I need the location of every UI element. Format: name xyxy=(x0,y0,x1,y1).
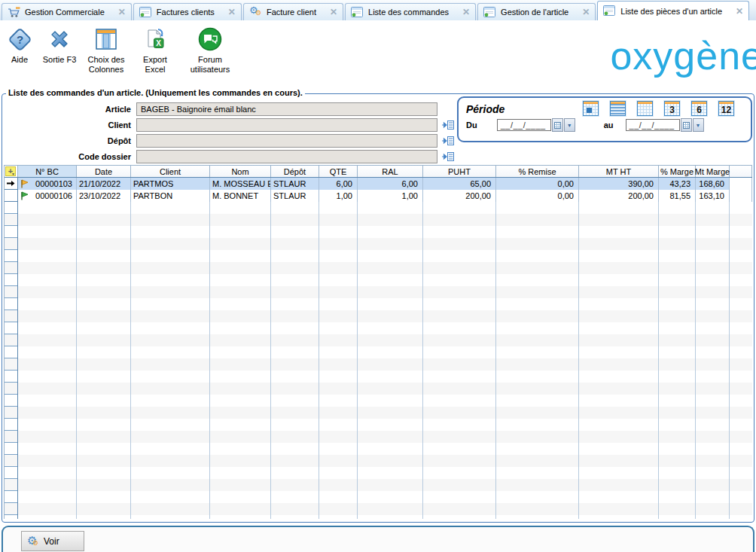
columns-icon xyxy=(96,26,117,53)
cell-mt-marge[interactable]: 163,10 xyxy=(696,190,730,202)
column-chooser-button[interactable]: +▼ xyxy=(5,166,18,177)
help-button[interactable]: ? Aide xyxy=(5,26,35,65)
header-remise[interactable]: % Remise xyxy=(496,166,579,177)
table-row[interactable]: 00000103 21/10/2022 PARTMOS M. MOSSEAU E… xyxy=(5,178,752,190)
header-no-bc[interactable]: N° BC xyxy=(18,166,77,177)
cell-mt-ht[interactable]: 390,00 xyxy=(579,178,659,190)
header-mt-marge[interactable]: Mt Marge xyxy=(696,166,730,177)
cell-marge-pct[interactable]: 81,55 xyxy=(659,190,696,202)
cell-puht[interactable]: 65,00 xyxy=(423,178,496,190)
export-excel-label: Export Excel xyxy=(136,55,175,75)
depot-lookup-icon[interactable] xyxy=(441,136,455,146)
excel-export-icon: X xyxy=(144,26,166,53)
date-from-input[interactable]: __/__/____ xyxy=(497,119,551,131)
cell-nom[interactable]: M. BONNET xyxy=(210,190,271,202)
period-month-button[interactable] xyxy=(637,101,653,116)
cell-qte[interactable]: 1,00 xyxy=(319,190,358,202)
orange-flag-icon xyxy=(20,179,29,188)
cell-no-bc: 00000106 xyxy=(35,191,72,200)
form-icon xyxy=(351,7,364,18)
header-client[interactable]: Client xyxy=(131,166,210,177)
close-icon[interactable]: ✕ xyxy=(582,8,590,16)
tab-label: Liste des pièces d'un article xyxy=(620,7,725,16)
table-row[interactable]: 00000106 23/10/2022 PARTBON M. BONNET ST… xyxy=(5,190,752,202)
code-dossier-lookup-icon[interactable] xyxy=(441,151,455,162)
tab-factures-clients[interactable]: Factures clients ✕ xyxy=(133,3,242,20)
header-qte[interactable]: QTE xyxy=(319,166,358,177)
article-field[interactable]: BAGEB - Baignoire émail blanc xyxy=(136,102,437,116)
tab-gestion-de-l-article[interactable]: Gestion de l'article ✕ xyxy=(477,3,596,20)
cell-remise[interactable]: 0,00 xyxy=(496,178,579,190)
exit-icon xyxy=(48,26,71,53)
tab-liste-des-pieces-active[interactable]: Liste des pièces d'un article ✕ xyxy=(597,1,749,20)
cell-puht[interactable]: 200,00 xyxy=(423,190,496,202)
tab-facture-client[interactable]: ⚙⚙ Facture client ✕ xyxy=(243,3,343,20)
cell-nom[interactable]: M. MOSSEAU Eddy xyxy=(210,178,271,190)
form-icon xyxy=(139,7,152,18)
export-excel-button[interactable]: X Export Excel xyxy=(136,26,175,75)
cell-qte[interactable]: 6,00 xyxy=(319,178,358,190)
header-mt-ht[interactable]: MT HT xyxy=(579,166,659,177)
forum-icon xyxy=(198,26,222,53)
cell-client[interactable]: PARTBON xyxy=(131,190,210,202)
orders-table: +▼ N° BC Date Client Nom Dépôt QTE RAL P… xyxy=(4,165,752,519)
tab-label: Facture client xyxy=(267,8,319,17)
code-dossier-field[interactable] xyxy=(136,150,437,163)
header-filler xyxy=(730,166,752,177)
close-icon[interactable]: ✕ xyxy=(736,8,743,15)
cell-depot[interactable]: STLAUR xyxy=(271,178,319,190)
date-to-input[interactable]: __/__/____ xyxy=(626,119,680,131)
forum-button[interactable]: Forum utilisateurs xyxy=(182,26,238,75)
date-from-dropdown-button[interactable]: ▼ xyxy=(564,118,575,132)
period-6-months-button[interactable]: 6 xyxy=(691,101,707,116)
app-window: Gestion Commerciale ✕ Factures clients ✕… xyxy=(0,0,756,552)
client-label: Client xyxy=(7,120,136,130)
close-icon[interactable]: ✕ xyxy=(118,8,126,16)
groupbox-title: Liste des commandes d'un article. (Uniqu… xyxy=(6,88,305,97)
add-column-icon[interactable]: +▼ xyxy=(5,166,16,176)
cell-mt-ht[interactable]: 200,00 xyxy=(579,190,659,202)
cell-depot[interactable]: STLAUR xyxy=(271,190,319,202)
close-icon[interactable]: ✕ xyxy=(462,8,470,16)
tab-label: Gestion Commerciale xyxy=(25,8,108,17)
period-12-months-button[interactable]: 12 xyxy=(718,101,734,116)
date-to-dropdown-button[interactable]: ▼ xyxy=(693,118,704,132)
row-indicator xyxy=(5,178,18,190)
form-icon xyxy=(603,5,616,17)
choose-columns-button[interactable]: Choix des Colonnes xyxy=(84,26,128,75)
cell-date[interactable]: 21/10/2022 xyxy=(77,178,131,190)
date-from-calendar-button[interactable] xyxy=(552,118,563,132)
period-day-button[interactable] xyxy=(583,101,599,116)
client-field[interactable] xyxy=(136,118,437,132)
cell-mt-marge[interactable]: 168,60 xyxy=(696,178,730,190)
table-header: +▼ N° BC Date Client Nom Dépôt QTE RAL P… xyxy=(5,165,752,178)
exit-button[interactable]: Sortie F3 xyxy=(42,26,77,65)
header-date[interactable]: Date xyxy=(77,166,131,177)
header-marge-pct[interactable]: % Marge xyxy=(659,166,696,177)
cell-ral[interactable]: 1,00 xyxy=(358,190,423,202)
tab-label: Gestion de l'article xyxy=(501,8,572,17)
header-ral[interactable]: RAL xyxy=(358,166,423,177)
header-depot[interactable]: Dépôt xyxy=(271,166,319,177)
tab-gestion-commerciale[interactable]: Gestion Commerciale ✕ xyxy=(2,3,132,20)
tab-liste-des-commandes[interactable]: Liste des commandes ✕ xyxy=(345,3,476,20)
gears-icon: ⚙⚙ xyxy=(249,7,262,18)
cell-marge-pct[interactable]: 43,23 xyxy=(659,178,696,190)
cell-ral[interactable]: 6,00 xyxy=(358,178,423,190)
header-nom[interactable]: Nom xyxy=(210,166,271,177)
green-flag-icon xyxy=(20,191,29,200)
help-label: Aide xyxy=(11,55,28,65)
client-lookup-icon[interactable] xyxy=(441,120,455,130)
depot-field[interactable] xyxy=(136,134,437,148)
period-3-months-button[interactable]: 3 xyxy=(664,101,680,116)
cell-date[interactable]: 23/10/2022 xyxy=(77,190,131,202)
exit-label: Sortie F3 xyxy=(43,55,77,65)
cell-client[interactable]: PARTMOS xyxy=(131,178,210,190)
voir-button[interactable]: ⚙⚙ Voir xyxy=(21,531,84,551)
cell-remise[interactable]: 0,00 xyxy=(496,190,579,202)
close-icon[interactable]: ✕ xyxy=(330,8,337,16)
period-week-button[interactable] xyxy=(610,101,626,116)
close-icon[interactable]: ✕ xyxy=(228,8,236,16)
date-to-calendar-button[interactable] xyxy=(681,118,692,132)
header-puht[interactable]: PUHT xyxy=(423,166,496,177)
